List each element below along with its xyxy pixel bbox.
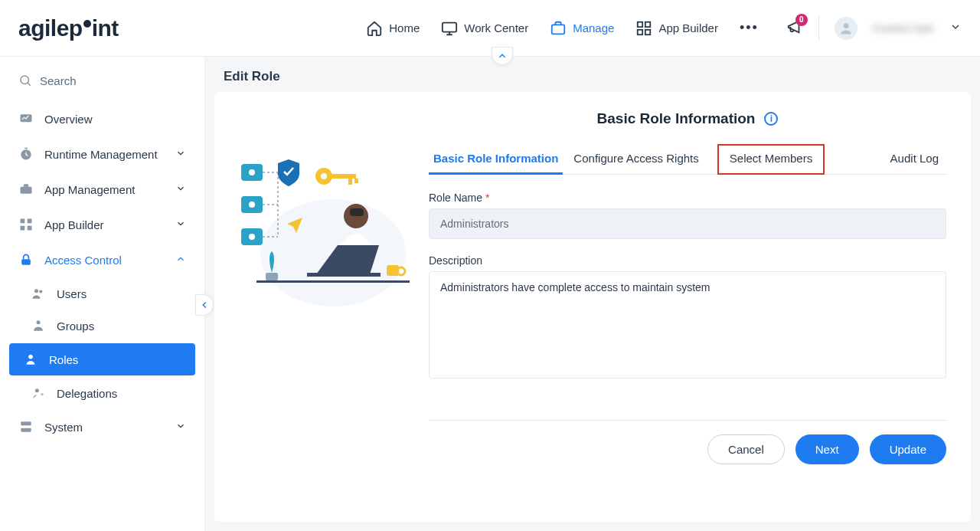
sidebar-item-system[interactable]: System — [0, 409, 204, 444]
svg-rect-37 — [350, 208, 364, 216]
nav-work-center-label: Work Center — [464, 21, 528, 34]
grid-icon — [635, 20, 652, 37]
svg-rect-39 — [266, 273, 278, 280]
stopwatch-icon — [18, 146, 34, 162]
nav-app-builder[interactable]: App Builder — [635, 20, 718, 37]
form-heading: Basic Role Information — [597, 110, 756, 127]
chevron-up-icon — [497, 51, 508, 61]
svg-rect-41 — [256, 280, 410, 283]
svg-rect-34 — [348, 179, 352, 185]
page-title: Edit Role — [205, 57, 980, 92]
svg-point-7 — [21, 76, 29, 84]
sidebar-item-access-control[interactable]: Access Control — [0, 242, 204, 277]
svg-rect-11 — [21, 187, 32, 194]
chevron-down-icon — [175, 183, 186, 196]
nav-app-builder-label: App Builder — [658, 21, 718, 34]
nav-manage-label: Manage — [573, 21, 614, 34]
svg-point-30 — [249, 234, 255, 240]
topbar-right: 0 Current User — [786, 16, 962, 41]
delegation-icon — [31, 385, 46, 401]
svg-point-32 — [321, 173, 327, 179]
role-name-label: Role Name* — [429, 192, 946, 204]
role-name-input[interactable] — [429, 208, 946, 239]
nav-manage[interactable]: Manage — [550, 20, 614, 37]
users-icon — [31, 286, 46, 301]
sidebar-sub-delegations[interactable]: Delegations — [0, 377, 204, 409]
form-footer: Cancel Next Update — [429, 420, 946, 464]
svg-point-6 — [844, 23, 849, 28]
briefcase-icon — [550, 20, 567, 37]
info-icon[interactable]: i — [764, 112, 778, 126]
group-icon — [31, 318, 46, 333]
svg-rect-15 — [28, 226, 32, 231]
svg-rect-5 — [645, 29, 650, 34]
apps-icon — [18, 217, 34, 232]
chevron-left-icon — [199, 300, 210, 310]
svg-rect-35 — [354, 179, 358, 183]
role-icon — [23, 352, 38, 367]
sidebar-search[interactable]: Search — [0, 66, 204, 101]
svg-rect-38 — [307, 273, 381, 277]
user-menu-toggle[interactable] — [949, 21, 962, 36]
svg-point-28 — [249, 202, 255, 208]
sidebar-item-overview[interactable]: Overview — [0, 101, 204, 136]
svg-point-19 — [37, 320, 41, 324]
main-content: Edit Role — [205, 57, 980, 531]
sidebar-item-app-management[interactable]: App Management — [0, 172, 204, 207]
svg-point-20 — [29, 355, 33, 359]
monitor-icon — [441, 20, 458, 37]
sidebar-item-label: App Management — [44, 183, 135, 196]
role-illustration-icon — [234, 153, 410, 306]
sidebar-item-label: Runtime Management — [44, 148, 158, 161]
sidebar-sub-label: Delegations — [57, 387, 117, 400]
sidebar-sub-groups[interactable]: Groups — [0, 310, 204, 342]
nav-home[interactable]: Home — [366, 20, 420, 37]
svg-rect-23 — [21, 428, 31, 432]
form-area: Basic Role Information i Basic Role Info… — [429, 110, 971, 503]
notifications-button[interactable]: 0 — [786, 18, 803, 38]
chevron-down-icon — [175, 148, 186, 161]
sidebar-sub-users[interactable]: Users — [0, 277, 204, 310]
search-placeholder: Search — [40, 74, 77, 87]
update-button[interactable]: Update — [870, 434, 946, 464]
tab-audit-log[interactable]: Audit Log — [886, 144, 946, 174]
svg-rect-4 — [638, 29, 642, 34]
svg-rect-16 — [21, 259, 31, 265]
app-shell: Search Overview Runtime Management App M… — [0, 57, 980, 531]
sidebar-sub-roles[interactable]: Roles — [9, 343, 195, 375]
lock-icon — [18, 252, 34, 267]
svg-point-26 — [249, 169, 255, 175]
sidebar-item-runtime[interactable]: Runtime Management — [0, 136, 204, 172]
svg-rect-22 — [21, 421, 31, 425]
server-icon — [18, 419, 34, 434]
sidebar-sub-label: Users — [57, 287, 87, 300]
tab-select-members[interactable]: Select Members — [717, 144, 825, 175]
svg-rect-13 — [28, 219, 32, 224]
nav-more[interactable]: ••• — [740, 20, 759, 36]
logo-dot-icon — [83, 20, 91, 28]
nav-home-label: Home — [389, 21, 420, 34]
nav-work-center[interactable]: Work Center — [441, 20, 528, 37]
svg-rect-1 — [552, 25, 565, 34]
tab-basic-role-info[interactable]: Basic Role Information — [429, 144, 563, 175]
svg-point-18 — [39, 290, 42, 293]
sidebar-sub-label: Roles — [49, 353, 78, 366]
next-button[interactable]: Next — [795, 434, 859, 464]
svg-rect-3 — [645, 21, 650, 26]
user-display-name: Current User — [873, 22, 934, 34]
sidebar-item-label: System — [44, 421, 83, 434]
home-icon — [366, 20, 383, 37]
sidebar-item-app-builder[interactable]: App Builder — [0, 207, 204, 242]
more-horizontal-icon: ••• — [740, 20, 759, 36]
chevron-up-icon — [175, 254, 186, 267]
description-label: Description — [429, 254, 946, 267]
svg-rect-33 — [332, 174, 356, 179]
user-avatar[interactable] — [835, 17, 858, 40]
tab-configure-access-rights[interactable]: Configure Access Rights — [569, 144, 703, 174]
sidebar-sub-label: Groups — [57, 320, 94, 333]
svg-rect-12 — [21, 219, 25, 224]
divider — [818, 16, 819, 41]
description-textarea[interactable] — [429, 271, 946, 379]
svg-point-21 — [35, 388, 39, 392]
cancel-button[interactable]: Cancel — [707, 434, 785, 464]
